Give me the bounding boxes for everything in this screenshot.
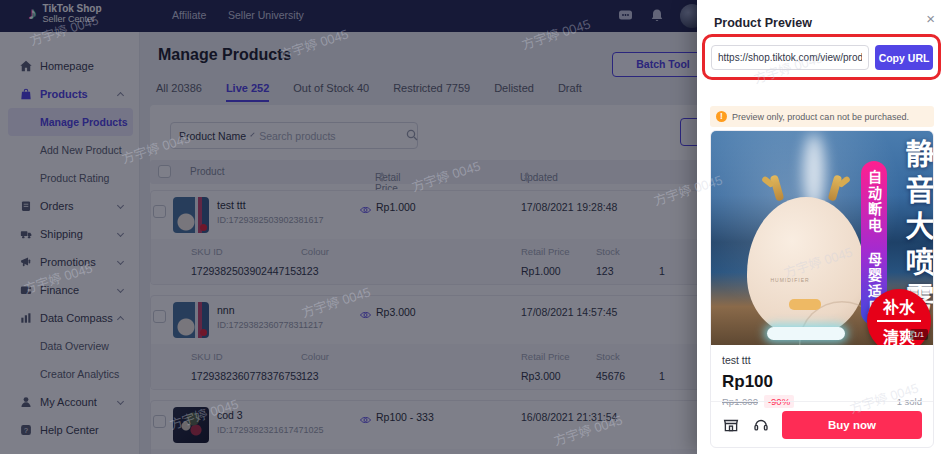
promo-badge-divider [877, 320, 921, 322]
humidifier-mouth [789, 299, 821, 310]
close-icon[interactable]: × [926, 10, 935, 27]
antler-decoration [770, 174, 785, 201]
preview-footer: Buy now [711, 401, 933, 447]
url-row: Copy URL [711, 45, 933, 70]
preview-warning: ! Preview only, product can not be purch… [710, 106, 934, 127]
product-photo[interactable]: HUMIDIFIER 静音大喷雾 自动断电 母婴适用 补水 清爽 1/1 [711, 131, 933, 345]
warning-icon: ! [716, 111, 727, 122]
promo-badge-top: 补水 [883, 294, 915, 318]
preview-product-name: test ttt [722, 354, 922, 366]
device-label: HUMIDIFIER [747, 277, 833, 283]
product-info: test ttt Rp100 Rp1.000 -90% 1 sold [711, 345, 933, 408]
customer-service-headset-icon[interactable] [752, 416, 770, 434]
product-preview-card: HUMIDIFIER 静音大喷雾 自动断电 母婴适用 补水 清爽 1/1 tes… [710, 130, 934, 448]
image-page-indicator: 1/1 [910, 329, 928, 340]
product-url-input[interactable] [711, 45, 869, 70]
humidifier-body: HUMIDIFIER [747, 197, 865, 335]
store-icon[interactable] [722, 416, 740, 434]
copy-url-button[interactable]: Copy URL [875, 45, 933, 70]
buy-now-button[interactable]: Buy now [782, 411, 922, 439]
warning-text: Preview only, product can not be purchas… [732, 112, 909, 122]
antler-decoration [828, 174, 843, 201]
panel-title: Product Preview [714, 16, 812, 30]
preview-price: Rp100 [722, 372, 922, 392]
humidifier-base-glow [767, 327, 845, 340]
product-preview-panel: Product Preview × Copy URL ! Preview onl… [697, 0, 947, 454]
